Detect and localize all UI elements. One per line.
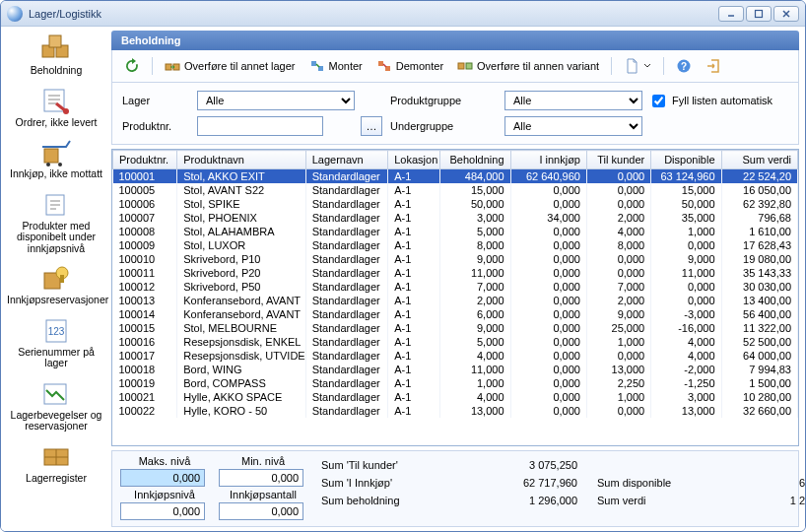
table-row[interactable]: 100001Stol, AKKO EXITStandardlagerA-1484… [113,169,798,184]
cell-disponible: 13,000 [651,404,721,418]
innkjopsantall-input[interactable] [219,502,303,520]
table-row[interactable]: 100011Skrivebord, P20StandardlagerA-111,… [113,266,798,280]
table-row[interactable]: 100014Konferansebord, AVANTStandardlager… [113,307,798,321]
table-row[interactable]: 100010Skrivebord, P10StandardlagerA-19,0… [113,252,798,266]
cell-disponible: 3,000 [651,390,721,404]
sum-tilkunder-value: 3 075,250 [469,459,577,471]
ellipsis-icon: … [367,120,377,132]
close-button[interactable] [773,6,799,22]
boxes-variant-icon [457,58,473,74]
disassemble-button[interactable]: Demonter [372,56,447,76]
assemble-button[interactable]: Monter [305,56,367,76]
transfer-warehouse-button[interactable]: Overføre til annet lager [161,56,300,76]
sidebar-item-label: Produkter med disponibelt under innkjøps… [7,221,105,255]
maks-niva-input[interactable] [120,469,205,487]
table-row[interactable]: 100021Hylle, AKKO SPACEStandardlagerA-14… [113,390,798,404]
table-row[interactable]: 100006Stol, SPIKEStandardlagerA-150,0000… [113,197,798,211]
sidebar-item-register[interactable]: Lagerregister [5,438,107,489]
table-row[interactable]: 100015Stol, MELBOURNEStandardlagerA-19,0… [113,321,798,335]
cell-lagernavn: Standardlager [305,363,388,376]
cell-iinnkjop: 0,000 [510,363,586,376]
cell-sumverdi: 7 994,83 [721,363,797,376]
assemble-label: Monter [329,60,363,72]
boxes-arrow-icon [165,58,180,74]
table-row[interactable]: 100022Hylle, KORO - 50StandardlagerA-113… [113,404,798,418]
sidebar-item-bevegelser[interactable]: Lagerbevegelser og reservasjoner [5,375,107,436]
cell-produktnavn: Bord, WING [177,363,305,376]
sidebar-item-reservasjoner[interactable]: Innkjøpsreservasjoner [5,260,107,310]
help-button[interactable]: ? [672,56,696,76]
cell-produktnavn: Stol, ALAHAMBRA [177,225,305,238]
col-tilkunder[interactable]: Til kunder [586,151,650,169]
cell-produktnr: 100018 [113,363,177,376]
cell-disponible: 4,000 [651,335,721,349]
col-lokasjon[interactable]: Lokasjon [388,151,440,169]
col-produktnr[interactable]: Produktnr. [113,151,177,169]
cell-lokasjon: A-1 [388,335,440,349]
min-niva-input[interactable] [219,469,303,487]
refresh-button[interactable] [120,56,144,76]
table-row[interactable]: 100016Resepsjonsdisk, ENKELStandardlager… [113,335,798,349]
cell-beholdning: 2,000 [440,294,510,307]
cell-lagernavn: Standardlager [305,197,388,211]
sidebar-item-label: Beholdning [7,65,105,77]
sidebar: BeholdningOrdrer, ikke levertInnkjøp, ik… [1,27,111,531]
cell-lagernavn: Standardlager [305,321,388,335]
col-sumverdi[interactable]: Sum verdi [721,151,797,169]
sidebar-item-beholdning[interactable]: Beholdning [5,31,107,81]
cell-iinnkjop: 0,000 [510,225,586,238]
cell-disponible: 1,000 [651,225,721,238]
new-button[interactable] [620,56,655,76]
cell-sumverdi: 796,68 [721,211,797,225]
table-row[interactable]: 100012Skrivebord, P50StandardlagerA-17,0… [113,280,798,294]
cell-lokasjon: A-1 [388,266,440,280]
autofill-checkbox[interactable] [652,95,665,107]
table-row[interactable]: 100005Stol, AVANT S22StandardlagerA-115,… [113,183,798,197]
cell-tilkunder: 2,000 [586,294,650,307]
maximize-button[interactable] [746,6,772,22]
col-lagernavn[interactable]: Lagernavn [305,151,388,169]
minimize-button[interactable] [718,6,744,22]
transfer-variant-button[interactable]: Overføre til annen variant [453,56,603,76]
cell-produktnr: 100021 [113,390,177,404]
col-iinnkjop[interactable]: I innkjøp [510,151,586,169]
col-beholdning[interactable]: Beholdning [440,151,510,169]
col-disponible[interactable]: Disponible [651,151,721,169]
transfer-warehouse-label: Overføre til annet lager [184,60,296,72]
svg-rect-1 [756,10,763,17]
produktnr-lookup-button[interactable]: … [361,116,382,136]
cell-produktnr: 100001 [113,169,177,184]
cell-disponible: 0,000 [651,294,721,307]
data-grid[interactable]: Produktnr. Produktnavn Lagernavn Lokasjo… [111,149,799,446]
sum-verdi-value: 1 247 871,33 [735,495,805,506]
produktgruppe-select[interactable]: Alle [504,91,642,110]
cell-lokasjon: A-1 [388,376,440,390]
cell-disponible: -3,000 [651,307,721,321]
table-row[interactable]: 100019Bord, COMPASSStandardlagerA-11,000… [113,376,798,390]
table-row[interactable]: 100017Resepsjonsdisk, UTVIDEStandardlage… [113,349,798,363]
innkjopsniva-input[interactable] [120,502,205,520]
lager-select[interactable]: Alle [197,91,355,110]
svg-point-10 [46,163,50,166]
cell-lokasjon: A-1 [388,363,440,376]
table-row[interactable]: 100018Bord, WINGStandardlagerA-111,0000,… [113,363,798,376]
table-row[interactable]: 100009Stol, LUXORStandardlagerA-18,0000,… [113,238,798,252]
cell-lagernavn: Standardlager [305,238,388,252]
innkjopsantall-label: Innkjøpsantall [219,489,307,500]
produktnr-input[interactable] [197,116,323,136]
exit-button[interactable] [702,56,725,76]
sidebar-item-produkter[interactable]: Produkter med disponibelt under innkjøps… [5,186,107,259]
table-row[interactable]: 100008Stol, ALAHAMBRAStandardlagerA-15,0… [113,225,798,238]
sidebar-item-ordrer[interactable]: Ordrer, ikke levert [5,83,107,133]
sidebar-item-serienummer[interactable]: 123Serienummer på lager [5,312,107,373]
col-produktnavn[interactable]: Produktnavn [177,151,305,169]
cell-produktnavn: Skrivebord, P10 [177,252,305,266]
undergruppe-select[interactable]: Alle [504,116,642,136]
table-row[interactable]: 100013Konferansebord, AVANTStandardlager… [113,294,798,307]
cell-tilkunder: 0,000 [586,197,650,211]
cell-tilkunder: 4,000 [586,225,650,238]
cell-iinnkjop: 0,000 [510,321,586,335]
table-row[interactable]: 100007Stol, PHOENIXStandardlagerA-13,000… [113,211,798,225]
sidebar-item-innkjop[interactable]: Innkjøp, ikke mottatt [5,134,107,184]
produktgruppe-label: Produktgruppe [390,95,499,106]
